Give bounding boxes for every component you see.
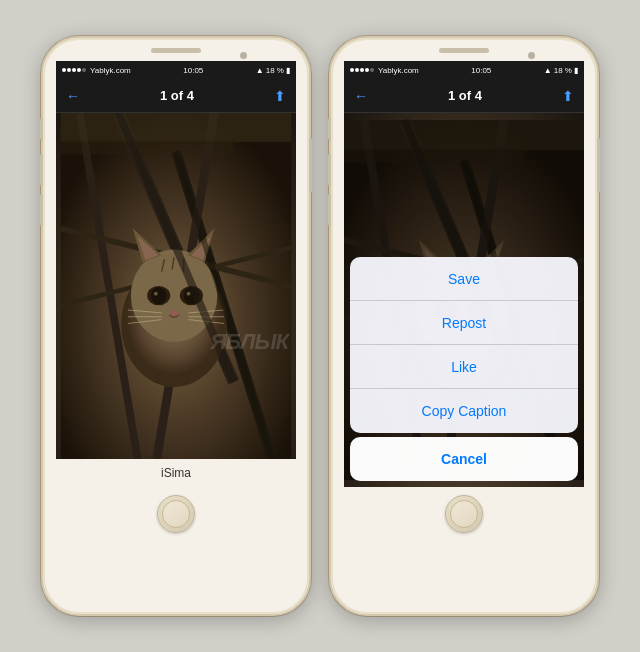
dot1: [62, 68, 66, 72]
power-button: [309, 138, 312, 193]
action-repost[interactable]: Repost: [350, 301, 578, 345]
status-right-right: ▲ 18 % ▮: [544, 66, 578, 75]
mute-button: [40, 118, 43, 140]
time-display: 10:05: [183, 66, 203, 75]
share-button[interactable]: ⬆: [274, 88, 286, 104]
rdot5: [370, 68, 374, 72]
photo-caption: iSima: [161, 466, 191, 480]
action-save-label: Save: [448, 271, 480, 287]
home-button-inner: [162, 500, 190, 528]
carrier-name: Yablyk.com: [90, 66, 131, 75]
dot2: [67, 68, 71, 72]
battery-icon: ▮: [286, 66, 290, 75]
svg-rect-7: [61, 113, 292, 142]
status-right: ▲ 18 % ▮: [256, 66, 290, 75]
action-cancel[interactable]: Cancel: [350, 437, 578, 481]
action-sheet: Save Repost Like Copy Caption Cancel: [344, 251, 584, 487]
battery-level: 18 %: [266, 66, 284, 75]
status-bar: Yablyk.com 10:05 ▲ 18 % ▮: [56, 61, 296, 79]
battery-level-right: 18 %: [554, 66, 572, 75]
carrier-name-right: Yablyk.com: [378, 66, 419, 75]
action-group: Save Repost Like Copy Caption: [350, 257, 578, 433]
back-button-right[interactable]: ←: [354, 88, 368, 104]
speaker-grille: [151, 48, 201, 53]
speaker-grille-right: [439, 48, 489, 53]
home-button-inner-right: [450, 500, 478, 528]
iphone-left: Yablyk.com 10:05 ▲ 18 % ▮ ← 1 of 4 ⬆: [41, 36, 311, 616]
iphone-top-right: [331, 38, 597, 57]
location-icon: ▲: [256, 66, 264, 75]
cat-photo: ЯБЛЫК: [56, 113, 296, 459]
action-cancel-label: Cancel: [441, 451, 487, 467]
action-copy-caption-label: Copy Caption: [422, 403, 507, 419]
mute-button-right: [328, 118, 331, 140]
power-button-right: [597, 138, 600, 193]
rdot1: [350, 68, 354, 72]
home-button-right[interactable]: [445, 495, 483, 533]
volume-down-button: [40, 194, 43, 226]
share-button-right[interactable]: ⬆: [562, 88, 574, 104]
back-button[interactable]: ←: [66, 88, 80, 104]
signal-dots-right: [350, 68, 374, 72]
volume-down-button-right: [328, 194, 331, 226]
watermark: ЯБЛЫК: [210, 329, 288, 355]
location-icon-right: ▲: [544, 66, 552, 75]
caption-bar: iSima: [56, 459, 296, 487]
nav-bar-right: ← 1 of 4 ⬆: [344, 79, 584, 113]
photo-area-left: ЯБЛЫК: [56, 113, 296, 459]
action-like[interactable]: Like: [350, 345, 578, 389]
nav-title: 1 of 4: [160, 88, 194, 103]
status-left: Yablyk.com: [62, 66, 131, 75]
time-display-right: 10:05: [471, 66, 491, 75]
screen-right: Yablyk.com 10:05 ▲ 18 % ▮ ← 1 of 4 ⬆: [344, 61, 584, 487]
signal-dots: [62, 68, 86, 72]
volume-up-button: [40, 154, 43, 186]
status-left-right: Yablyk.com: [350, 66, 419, 75]
dot4: [77, 68, 81, 72]
svg-point-23: [187, 292, 191, 296]
svg-point-20: [151, 287, 166, 304]
rdot4: [365, 68, 369, 72]
screen-left: Yablyk.com 10:05 ▲ 18 % ▮ ← 1 of 4 ⬆: [56, 61, 296, 487]
action-copy-caption[interactable]: Copy Caption: [350, 389, 578, 433]
battery-icon-right: ▮: [574, 66, 578, 75]
front-camera: [240, 52, 247, 59]
svg-point-10: [131, 249, 218, 341]
action-save[interactable]: Save: [350, 257, 578, 301]
action-repost-label: Repost: [442, 315, 486, 331]
svg-rect-8: [61, 140, 234, 154]
volume-up-button-right: [328, 154, 331, 186]
iphone-right: Yablyk.com 10:05 ▲ 18 % ▮ ← 1 of 4 ⬆: [329, 36, 599, 616]
rdot3: [360, 68, 364, 72]
nav-title-right: 1 of 4: [448, 88, 482, 103]
cat-illustration: [56, 113, 296, 459]
iphone-top: [43, 38, 309, 57]
svg-point-22: [154, 292, 158, 296]
nav-bar-left: ← 1 of 4 ⬆: [56, 79, 296, 113]
rdot2: [355, 68, 359, 72]
status-bar-right: Yablyk.com 10:05 ▲ 18 % ▮: [344, 61, 584, 79]
front-camera-right: [528, 52, 535, 59]
dot5: [82, 68, 86, 72]
home-button-left[interactable]: [157, 495, 195, 533]
dot3: [72, 68, 76, 72]
photo-area-right: Save Repost Like Copy Caption Cancel: [344, 113, 584, 487]
action-like-label: Like: [451, 359, 477, 375]
